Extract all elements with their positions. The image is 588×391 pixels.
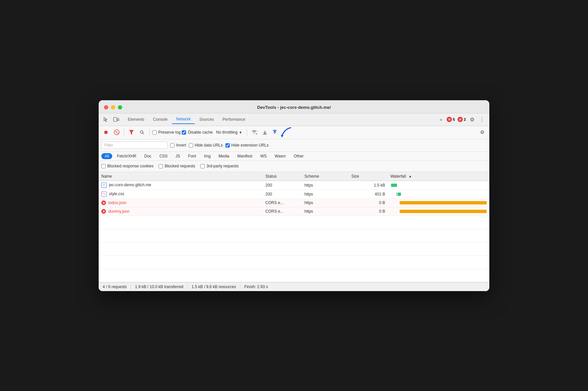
- minimize-button[interactable]: [111, 105, 115, 109]
- settings-button[interactable]: ⚙: [467, 115, 477, 124]
- third-party-checkbox[interactable]: [200, 164, 205, 168]
- import-export-group: [260, 128, 279, 137]
- html-file-icon: ≡: [101, 183, 107, 188]
- filter-all-button[interactable]: All: [101, 153, 112, 159]
- col-header-scheme[interactable]: Scheme: [302, 172, 349, 181]
- maximize-button[interactable]: [118, 105, 122, 109]
- table-row[interactable]: ✕ todos.json CORS e... https 0 B: [99, 198, 489, 207]
- hide-data-urls-label[interactable]: Hide data URLs: [189, 143, 223, 148]
- cell-name: ✕ dummy.json: [99, 207, 263, 216]
- disable-cache-checkbox[interactable]: [182, 130, 186, 135]
- filter-js-button[interactable]: JS: [172, 153, 183, 159]
- hide-extension-urls-checkbox[interactable]: [225, 143, 230, 148]
- table-row[interactable]: ✕ dummy.json CORS e... https 0 B: [99, 207, 489, 216]
- toolbar-divider-3: [247, 128, 247, 136]
- hide-data-urls-checkbox[interactable]: [189, 143, 193, 148]
- cell-name: ✕ todos.json: [99, 198, 263, 207]
- more-options-button[interactable]: ⋮: [477, 115, 487, 124]
- blocked-cookies-label[interactable]: Blocked response cookies: [101, 164, 153, 168]
- error-badge-1[interactable]: ✕ 5: [447, 117, 455, 122]
- cell-size: 0 B: [349, 207, 388, 216]
- col-header-size[interactable]: Size: [349, 172, 388, 181]
- export-button[interactable]: [270, 128, 279, 137]
- filter-manifest-button[interactable]: Manifest: [234, 153, 256, 159]
- filter-button[interactable]: [127, 128, 136, 137]
- cell-status: 200: [263, 190, 302, 198]
- table-row[interactable]: ✎ style.css 200 https 401 B: [99, 190, 489, 198]
- error-icon-2: ✕: [458, 117, 463, 122]
- col-header-waterfall[interactable]: Waterfall ▲: [388, 172, 489, 181]
- invert-checkbox[interactable]: [170, 143, 174, 148]
- import-button[interactable]: [260, 128, 270, 137]
- disable-cache-label[interactable]: Disable cache: [182, 130, 213, 135]
- blocked-cookies-checkbox[interactable]: [101, 164, 106, 168]
- tab-performance[interactable]: Performance: [219, 115, 249, 124]
- title-bar: DevTools - jec-cors-demo.glitch.me/: [99, 100, 489, 113]
- filter-wasm-button[interactable]: Wasm: [271, 153, 289, 159]
- network-table-container: Name Status Scheme Size: [99, 172, 489, 282]
- cell-name: ≡ jec-cors-demo.glitch.me: [99, 181, 263, 190]
- invert-label[interactable]: Invert: [170, 143, 186, 148]
- blocked-requests-checkbox[interactable]: [159, 164, 163, 168]
- cursor-icon[interactable]: [101, 115, 110, 124]
- error-badge-2[interactable]: ✕ 2: [458, 117, 466, 122]
- table-header-row: Name Status Scheme Size: [99, 172, 489, 181]
- empty-row: [99, 216, 489, 229]
- filter-fetch-xhr-button[interactable]: Fetch/XHR: [114, 153, 140, 159]
- filter-ws-button[interactable]: WS: [257, 153, 270, 159]
- record-button[interactable]: ⏺: [101, 128, 111, 137]
- filter-media-button[interactable]: Media: [215, 153, 233, 159]
- cell-scheme: https: [302, 198, 349, 207]
- preserve-log-label[interactable]: Preserve log: [152, 130, 180, 135]
- svg-point-3: [140, 131, 143, 133]
- requests-count: 4 / 6 requests: [103, 284, 131, 289]
- cell-size: 401 B: [349, 190, 388, 198]
- svg-rect-0: [114, 117, 117, 121]
- tab-sources[interactable]: Sources: [195, 115, 218, 124]
- tab-network[interactable]: Network: [172, 115, 195, 124]
- cell-status: CORS e...: [263, 198, 302, 207]
- tab-console[interactable]: Console: [149, 115, 172, 124]
- empty-row: [99, 255, 489, 269]
- devtools-body: Elements Console Network Sources Perform…: [99, 113, 489, 291]
- wifi-settings-button[interactable]: [250, 128, 259, 137]
- network-toolbar: ⏺ 🚫 Preserve log Disable: [99, 126, 489, 139]
- cell-status: CORS e...: [263, 207, 302, 216]
- cell-waterfall: [388, 190, 489, 198]
- waterfall-bar: [400, 210, 487, 213]
- filter-bar: Invert Hide data URLs Hide extension URL…: [99, 139, 489, 152]
- table-row[interactable]: ≡ jec-cors-demo.glitch.me 200 https 1.5 …: [99, 181, 489, 190]
- tab-elements[interactable]: Elements: [124, 115, 148, 124]
- blocked-requests-label[interactable]: Blocked requests: [159, 164, 195, 168]
- network-settings-button[interactable]: ⚙: [477, 128, 487, 137]
- cell-waterfall: [388, 181, 489, 190]
- waterfall-bar: [398, 193, 401, 196]
- col-header-name[interactable]: Name: [99, 172, 263, 181]
- col-header-status[interactable]: Status: [263, 172, 302, 181]
- cell-status: 200: [263, 181, 302, 190]
- filter-input[interactable]: [101, 142, 168, 149]
- more-tabs-button[interactable]: »: [437, 116, 445, 123]
- network-table: Name Status Scheme Size: [99, 172, 489, 282]
- close-button[interactable]: [104, 105, 108, 109]
- blue-arrow-annotation: [278, 126, 291, 140]
- filter-font-button[interactable]: Font: [185, 153, 199, 159]
- filter-other-button[interactable]: Other: [290, 153, 307, 159]
- filter-css-button[interactable]: CSS: [156, 153, 171, 159]
- svg-point-5: [254, 133, 255, 134]
- clear-button[interactable]: 🚫: [112, 128, 121, 137]
- search-button[interactable]: [137, 128, 147, 137]
- third-party-label[interactable]: 3rd-party requests: [200, 164, 238, 168]
- sort-icon: ▲: [409, 174, 412, 178]
- filter-img-button[interactable]: Img: [201, 153, 214, 159]
- throttle-selector[interactable]: No throttling ▼: [214, 129, 244, 135]
- filter-doc-button[interactable]: Doc: [141, 153, 155, 159]
- error-icon-1: ✕: [447, 117, 452, 122]
- cell-size: 1.5 kB: [349, 181, 388, 190]
- empty-row: [99, 242, 489, 255]
- preserve-log-checkbox[interactable]: [152, 130, 157, 135]
- traffic-lights: [104, 105, 122, 109]
- window-title: DevTools - jec-cors-demo.glitch.me/: [257, 105, 331, 110]
- device-toolbar-icon[interactable]: [112, 115, 121, 124]
- hide-extension-urls-label[interactable]: Hide extension URLs: [225, 143, 269, 148]
